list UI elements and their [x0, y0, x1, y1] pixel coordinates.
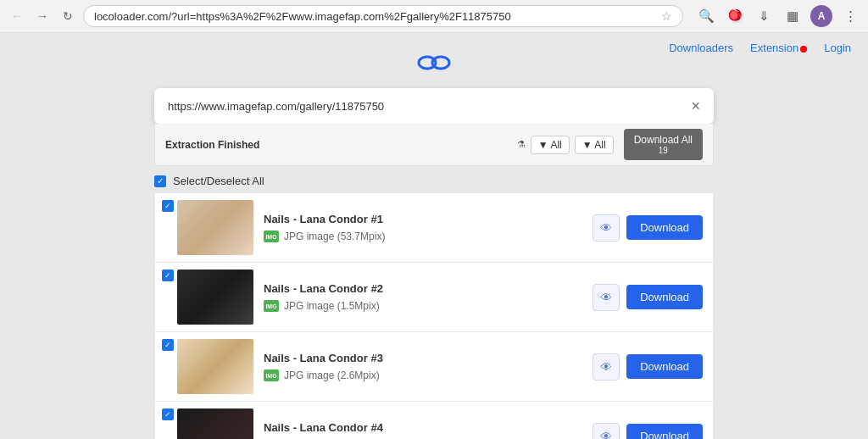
item-thumbnail-1	[177, 270, 253, 325]
item-thumbnail-0	[177, 200, 253, 255]
browser-chrome: ← → ↻ locoloader.com/?url=https%3A%2F%2F…	[0, 0, 868, 33]
item-checkbox-1[interactable]: ✓	[162, 270, 174, 281]
item-actions-1: 👁 Download	[593, 284, 703, 311]
item-checkbox-0[interactable]: ✓	[162, 200, 174, 212]
item-thumbnail-3	[177, 408, 253, 439]
extraction-status: Extraction Finished	[165, 139, 507, 151]
filter-size-button[interactable]: ▼ All	[575, 136, 614, 154]
url-box: https://www.imagefap.com/gallery/1187575…	[154, 88, 714, 124]
notification-dot	[800, 46, 807, 53]
preview-button-1[interactable]: 👁	[593, 284, 620, 311]
download-button-2[interactable]: Download	[626, 354, 703, 379]
download-button-0[interactable]: Download	[626, 215, 703, 240]
item-meta-text-1: JPG image (1.5Mpix)	[284, 300, 380, 312]
filter-group: ⚗ ▼ All ▼ All	[517, 136, 614, 154]
back-button[interactable]: ←	[7, 6, 27, 26]
profile-button[interactable]: A	[810, 5, 832, 27]
browser-action-icons: 🔍 🪀 ⇓ ▦ A ⋮	[695, 5, 861, 27]
list-item: ✓ Nails - Lana Condor #1 IMG JPG image (…	[154, 192, 714, 262]
item-meta-text-2: JPG image (2.6Mpix)	[284, 370, 380, 381]
item-meta-2: IMG JPG image (2.6Mpix)	[264, 370, 582, 381]
item-thumbnail-2	[177, 339, 253, 394]
menu-icon[interactable]: ⋮	[839, 5, 861, 27]
tab-search-icon[interactable]: ▦	[782, 5, 804, 27]
item-checkbox-3[interactable]: ✓	[162, 408, 174, 420]
download-button-1[interactable]: Download	[626, 285, 703, 309]
browser-controls-bar: ← → ↻ locoloader.com/?url=https%3A%2F%2F…	[0, 0, 868, 32]
forward-button[interactable]: →	[32, 6, 53, 26]
item-checkbox-2[interactable]: ✓	[162, 339, 174, 351]
extension-link[interactable]: Extension	[750, 42, 807, 54]
item-meta-1: IMG JPG image (1.5Mpix)	[264, 300, 582, 312]
ext-toolbar: Extraction Finished ⚗ ▼ All ▼ All Downlo…	[154, 124, 714, 166]
list-item: ✓ Nails - Lana Condor #4 IMG JPG image (…	[154, 401, 714, 439]
item-list: ✓ Nails - Lana Condor #1 IMG JPG image (…	[154, 192, 714, 439]
item-info-0: Nails - Lana Condor #1 IMG JPG image (53…	[264, 213, 582, 242]
item-info-3: Nails - Lana Condor #4 IMG JPG image (1.…	[264, 421, 582, 439]
item-title-0: Nails - Lana Condor #1	[264, 213, 582, 225]
item-info-2: Nails - Lana Condor #3 IMG JPG image (2.…	[264, 352, 582, 381]
url-display: https://www.imagefap.com/gallery/1187575…	[168, 100, 691, 113]
item-meta-text-0: JPG image (53.7Mpix)	[284, 231, 385, 242]
preview-button-0[interactable]: 👁	[593, 214, 620, 242]
item-meta-0: IMG JPG image (53.7Mpix)	[264, 231, 582, 242]
list-item: ✓ Nails - Lana Condor #2 IMG JPG image (…	[154, 262, 714, 331]
select-all-row: ✓ Select/Deselect All	[154, 166, 714, 192]
item-info-1: Nails - Lana Condor #2 IMG JPG image (1.…	[264, 282, 582, 312]
item-type-icon-0: IMG	[264, 231, 279, 242]
ext-topbar: Downloaders Extension Login	[0, 33, 868, 63]
filter-icon: ⚗	[517, 139, 526, 150]
filter-type-button[interactable]: ▼ All	[531, 136, 570, 154]
downloaders-link[interactable]: Downloaders	[669, 42, 733, 54]
download-all-button[interactable]: Download All 19	[624, 129, 703, 160]
login-link[interactable]: Login	[824, 42, 851, 54]
item-title-1: Nails - Lana Condor #2	[264, 282, 582, 295]
item-title-3: Nails - Lana Condor #4	[264, 421, 582, 434]
list-item: ✓ Nails - Lana Condor #3 IMG JPG image (…	[154, 331, 714, 401]
preview-button-3[interactable]: 👁	[593, 423, 620, 440]
item-title-2: Nails - Lana Condor #3	[264, 352, 582, 364]
address-bar[interactable]: locoloader.com/?url=https%3A%2F%2Fwww.im…	[83, 5, 683, 27]
address-text: locoloader.com/?url=https%3A%2F%2Fwww.im…	[94, 10, 654, 23]
select-all-checkbox[interactable]: ✓	[154, 175, 166, 187]
bookmark-icon[interactable]: ☆	[661, 9, 672, 23]
preview-button-2[interactable]: 👁	[593, 353, 620, 381]
item-type-icon-2: IMG	[264, 370, 279, 381]
item-type-icon-1: IMG	[264, 300, 279, 312]
item-actions-3: 👁 Download	[593, 423, 703, 440]
extensions-icon[interactable]: 🪀	[724, 5, 746, 27]
reload-button[interactable]: ↻	[58, 6, 78, 26]
page-content: Downloaders Extension Login https://www.…	[0, 33, 868, 439]
download-manager-icon[interactable]: ⇓	[753, 5, 775, 27]
item-actions-2: 👁 Download	[593, 353, 703, 381]
item-actions-0: 👁 Download	[593, 214, 703, 242]
search-icon[interactable]: 🔍	[695, 5, 717, 27]
download-button-3[interactable]: Download	[626, 424, 703, 439]
url-close-button[interactable]: ×	[691, 98, 700, 114]
select-all-label[interactable]: Select/Deselect All	[173, 175, 264, 187]
